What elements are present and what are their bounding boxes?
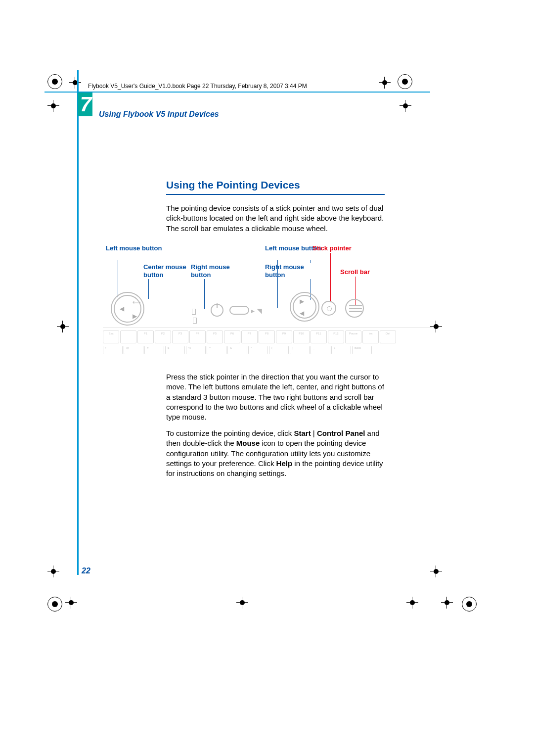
chevron-down-icon: ◀ [300,310,304,317]
key: Esc [103,331,119,343]
key: F8 [259,331,275,343]
bold-help: Help [276,459,293,468]
running-header: Flybook V5_User's Guide_V1.0.book Page 2… [88,83,307,90]
callout-line [118,260,118,297]
chevron-down-icon: ▶ [133,313,137,320]
key: _ [311,346,330,354]
key: # [144,346,164,354]
bold-control-panel: Control Panel [317,429,365,437]
chevron-up-icon: ▶ [300,298,304,305]
wifi-toggle-icon: ▸ ◥ [251,307,262,315]
keyboard-num-row: !@#$%^&*()_+Back [103,346,432,355]
slider-icon [229,306,249,315]
key: ) [290,346,310,354]
key: Ins [362,331,379,343]
reg-cross-bright [430,566,442,577]
stick-pointer-icon [321,301,336,316]
reg-mark-bl [47,597,62,612]
label-right-mouse-2: Right mouse button [265,263,310,279]
callout-line [204,279,205,309]
key: F10 [293,331,310,343]
battery-lock-icons [192,308,202,315]
key: F12 [328,331,344,343]
reg-cross-bleft [47,566,59,577]
key: ! [103,346,123,354]
key [120,331,136,343]
key: F7 [241,331,258,343]
label-right-mouse: Right mouse button [191,263,235,279]
key: $ [165,346,185,354]
reg-cross-b3 [441,597,453,609]
page-number: 22 [82,567,90,575]
key: F5 [207,331,223,343]
callout-line [277,279,278,308]
reg-cross-bcenter [236,597,248,609]
chevron-left-icon: ◀ [120,305,124,312]
reg-mark-tr [398,74,412,89]
reg-mark-br [462,597,477,612]
key: + [331,346,351,354]
key: Pause [345,331,361,343]
power-icon [211,304,223,317]
key: @ [124,346,143,354]
reg-mark-tl [47,74,62,89]
paragraph-customize: To customize the pointing device, click … [166,428,386,478]
arrow-icon: ⟸ [133,299,141,306]
keyboard-fn-row: EscF1F2F3F4F5F6F7F8F9F10F11F12PauseInsDe… [103,331,432,343]
key: F2 [155,331,171,343]
chapter-title: Using Flybook V5 Input Devices [99,110,219,119]
key: ( [269,346,289,354]
key: F1 [137,331,154,343]
key: & [227,346,247,354]
scroll-bar-icon [345,299,364,318]
text: To customize the pointing device, click [166,429,294,437]
key: F9 [276,331,292,343]
key: F6 [224,331,240,343]
key: F4 [189,331,206,343]
section-title: Using the Pointing Devices [166,179,385,195]
reg-cross-b1 [65,597,77,609]
right-cluster-inner [293,295,316,319]
key: * [248,346,268,354]
header-rule [44,92,430,93]
key: F3 [172,331,188,343]
label-center-mouse: Center mouse button [143,263,193,279]
bold-start: Start [294,429,311,437]
key: F11 [311,331,327,343]
key: ^ [207,346,226,354]
paragraph-usage: Press the stick pointer in the direction… [166,372,386,422]
reg-cross-midright [430,321,442,332]
reg-cross-tr [379,77,391,89]
reg-cross-tl [69,77,81,89]
bold-mouse: Mouse [236,439,260,447]
text: | [311,429,317,437]
callout-line [330,253,331,302]
label-stick-pointer: Stick pointer [312,244,352,252]
label-scroll-bar: Scroll bar [340,268,370,276]
key: Back [352,346,372,354]
reg-cross-b2 [406,597,418,609]
key: % [186,346,206,354]
callout-line [148,279,149,299]
reg-cross-midleft [57,321,69,332]
chapter-number-block: 7 [78,93,92,116]
callout-line [311,260,311,263]
reg-cross-left [47,100,59,112]
key: Del [380,331,396,343]
label-left-mouse: Left mouse button [106,244,162,252]
paragraph-intro: The pointing device consists of a stick … [166,203,386,234]
diagram-separator [103,328,432,328]
reg-cross-right [400,100,411,112]
side-rule [77,70,79,575]
